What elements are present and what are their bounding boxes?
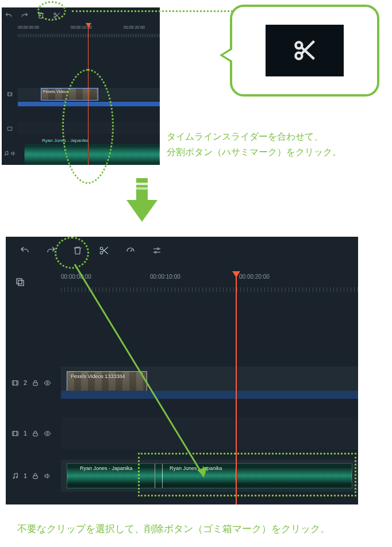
audio-clip-label: Ryan Jones - Japanika bbox=[170, 465, 222, 471]
music-icon bbox=[11, 472, 19, 480]
caption-line: 分割ボタン（ハサミマーク）をクリック。 bbox=[167, 144, 385, 160]
track-head-audio[interactable] bbox=[2, 143, 18, 164]
lock-icon[interactable] bbox=[32, 472, 39, 480]
svg-point-10 bbox=[100, 247, 103, 250]
lock-icon[interactable] bbox=[32, 379, 39, 387]
scissors-icon[interactable] bbox=[52, 11, 62, 20]
svg-rect-3 bbox=[7, 127, 12, 130]
playhead[interactable] bbox=[236, 271, 237, 504]
audio-clip-label: Ryan Jones - Japanika bbox=[42, 138, 89, 143]
svg-point-1 bbox=[54, 16, 56, 18]
speed-icon[interactable] bbox=[124, 244, 137, 257]
svg-rect-8 bbox=[136, 183, 148, 185]
ruler-label: 00:00:10:00 bbox=[150, 274, 180, 280]
ruler-label: 00:00:20:00 bbox=[239, 274, 270, 280]
scissors-zoom bbox=[266, 25, 344, 76]
track-number: 1 bbox=[24, 472, 27, 479]
scissors-icon[interactable] bbox=[98, 244, 110, 257]
redo-icon[interactable] bbox=[20, 11, 29, 20]
track-head-video-1[interactable]: 1 bbox=[6, 417, 61, 449]
track-head-video[interactable] bbox=[2, 88, 18, 101]
svg-point-23 bbox=[16, 476, 17, 477]
time-ruler[interactable]: 00:00:00:00 00:00:10:00 00:00:20:00 bbox=[61, 271, 358, 292]
timeline-editor-small: 分割 (Ctrl+B) 00:00:00:00 00:00:10:00 00:0… bbox=[2, 7, 160, 165]
film-icon bbox=[11, 430, 19, 437]
svg-rect-19 bbox=[13, 431, 18, 436]
instruction-text-1: タイムラインスライダーを合わせて、 分割ボタン（ハサミマーク）をクリック。 bbox=[167, 129, 385, 160]
toolbar bbox=[2, 7, 160, 24]
svg-rect-14 bbox=[17, 279, 22, 284]
flow-arrow-down bbox=[126, 178, 157, 222]
svg-point-5 bbox=[7, 154, 8, 155]
audio-clip[interactable]: Ryan Jones - Japanika Ryan Jones - Japan… bbox=[67, 463, 352, 488]
clip-label: Pexels Videos 1333384 bbox=[71, 373, 125, 379]
clip-split-mark bbox=[155, 464, 155, 488]
audio-clip[interactable] bbox=[25, 144, 160, 165]
svg-point-6 bbox=[295, 42, 302, 48]
svg-point-13 bbox=[155, 252, 156, 253]
volume-icon[interactable] bbox=[44, 472, 51, 480]
audio-clip-label: Ryan Jones - Japanika bbox=[80, 465, 133, 471]
video-track-spacer bbox=[61, 391, 358, 399]
trash-icon[interactable] bbox=[36, 11, 45, 20]
svg-point-4 bbox=[5, 155, 6, 156]
track-head-audio-1[interactable]: 1 bbox=[6, 460, 61, 492]
video-track-empty[interactable] bbox=[18, 122, 160, 134]
svg-rect-2 bbox=[7, 93, 12, 96]
trash-icon[interactable] bbox=[71, 244, 84, 257]
toolbar bbox=[6, 237, 358, 264]
redo-icon[interactable] bbox=[45, 244, 57, 257]
film-icon bbox=[11, 379, 19, 387]
undo-icon[interactable] bbox=[4, 11, 13, 20]
svg-rect-15 bbox=[18, 280, 24, 286]
ruler-label: 00:00:20:00 bbox=[124, 25, 145, 29]
svg-rect-17 bbox=[33, 382, 38, 385]
track-head-video-2[interactable]: 2 bbox=[6, 367, 61, 399]
ruler-label: 00:00:00:00 bbox=[18, 25, 39, 29]
svg-point-22 bbox=[13, 477, 14, 478]
audio-track[interactable]: Ryan Jones - Japanika Ryan Jones - Japan… bbox=[61, 460, 358, 492]
track-number: 2 bbox=[24, 379, 27, 386]
svg-point-0 bbox=[54, 13, 56, 15]
callout-bubble bbox=[230, 5, 379, 97]
timeline-editor-large: 00:00:00:00 00:00:10:00 00:00:20:00 2 Pe… bbox=[6, 237, 358, 504]
waveform bbox=[25, 144, 160, 165]
sliders-icon[interactable] bbox=[151, 244, 163, 257]
svg-rect-20 bbox=[33, 433, 38, 436]
undo-icon[interactable] bbox=[18, 244, 31, 257]
svg-point-21 bbox=[47, 432, 48, 434]
track-number: 1 bbox=[24, 430, 27, 437]
svg-rect-16 bbox=[13, 380, 18, 385]
eye-icon[interactable] bbox=[44, 430, 51, 437]
svg-point-7 bbox=[295, 53, 302, 59]
ruler-label: 00:00:00:00 bbox=[61, 274, 91, 280]
svg-rect-9 bbox=[136, 187, 148, 190]
scissors-icon bbox=[292, 38, 317, 63]
eye-icon[interactable] bbox=[44, 379, 51, 387]
instruction-text-2: 不要なクリップを選択して、削除ボタン（ゴミ箱マーク）をクリック。 bbox=[17, 523, 379, 536]
track-head-video[interactable] bbox=[2, 122, 18, 135]
playhead[interactable] bbox=[88, 23, 89, 165]
video-track[interactable]: Pexels Videos bbox=[18, 88, 160, 101]
svg-rect-24 bbox=[33, 475, 38, 478]
clip-split-mark bbox=[162, 464, 163, 488]
svg-point-12 bbox=[157, 248, 159, 250]
copy-stack-icon[interactable] bbox=[15, 277, 25, 287]
lock-icon[interactable] bbox=[32, 430, 39, 437]
clip-label: Pexels Videos bbox=[43, 90, 68, 94]
caption-line: タイムラインスライダーを合わせて、 bbox=[167, 129, 385, 144]
video-track-spacer bbox=[18, 102, 160, 106]
svg-point-11 bbox=[100, 252, 103, 255]
video-clip[interactable]: Pexels Videos bbox=[41, 88, 98, 101]
video-track-empty[interactable] bbox=[61, 417, 358, 449]
svg-point-18 bbox=[47, 382, 48, 383]
